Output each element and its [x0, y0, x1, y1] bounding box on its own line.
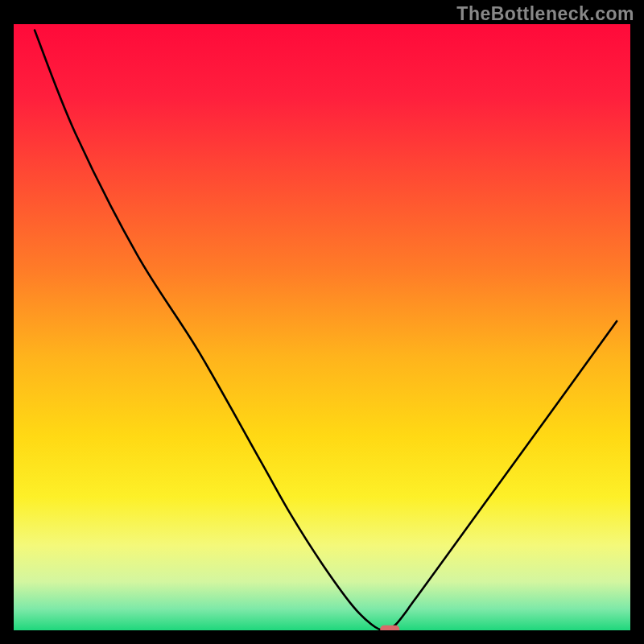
chart-svg — [0, 0, 644, 644]
marker-dot — [380, 625, 399, 634]
chart-stage: TheBottleneck.com — [0, 0, 644, 644]
attribution-text: TheBottleneck.com — [456, 3, 634, 25]
gradient-background — [14, 24, 630, 630]
